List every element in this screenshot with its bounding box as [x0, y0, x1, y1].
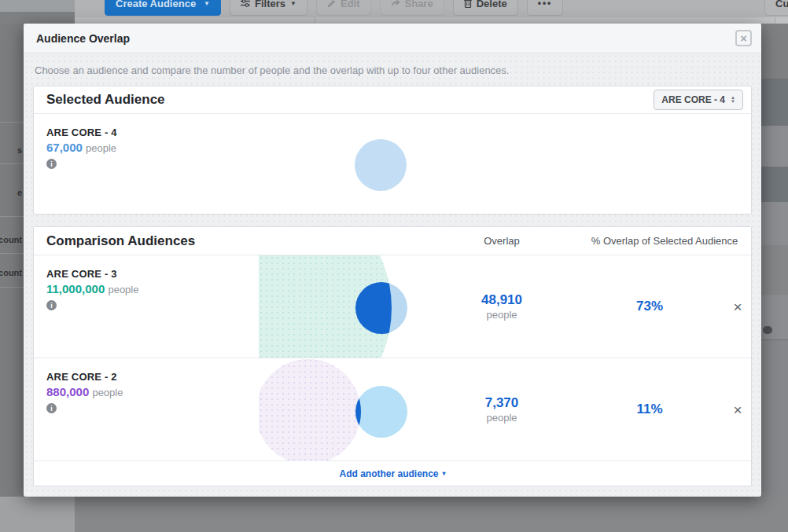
sliders-icon [241, 0, 250, 8]
chevron-down-icon: ▼ [204, 0, 210, 7]
remove-audience-button[interactable]: × [723, 299, 753, 314]
remove-audience-button[interactable]: × [723, 402, 753, 417]
audience-info: ARE CORE - 3 11,000,000 people i [34, 255, 259, 311]
customise-button-partial[interactable]: Cus [764, 0, 788, 16]
selected-circle-small [355, 386, 407, 438]
close-icon: × [740, 32, 746, 45]
add-audience-row: Add another audience ▾ [34, 460, 751, 486]
more-button[interactable]: ••• [527, 0, 564, 16]
count-value: 880,000 [46, 385, 89, 398]
count-unit: people [108, 284, 138, 295]
section-title: Selected Audience [46, 92, 165, 108]
overlap-cell: 48,910 people [427, 292, 576, 321]
sidebar-text-fragment: s [17, 145, 22, 155]
count-unit: people [86, 142, 116, 154]
filters-button[interactable]: Filters ▼ [230, 0, 307, 16]
info-icon[interactable]: i [46, 159, 57, 169]
background-sidebar: s e count count [0, 24, 24, 497]
info-icon[interactable]: i [46, 300, 57, 310]
modal-body: Choose an audience and compare the numbe… [24, 53, 761, 497]
more-icon: ••• [538, 0, 553, 9]
count-value: 67,000 [46, 141, 83, 154]
share-arrow-icon [391, 0, 400, 8]
share-label: Share [405, 0, 433, 9]
sorter-down-icon: ▼ [731, 100, 735, 104]
delete-label: Delete [477, 0, 507, 9]
info-icon[interactable]: i [46, 403, 57, 413]
edit-label: Edit [341, 0, 360, 9]
audience-count: 880,000 people [46, 385, 259, 398]
add-link-label: Add another audience [339, 468, 438, 479]
audience-overlap-modal: Audience Overlap × Choose an audience an… [24, 24, 761, 497]
add-another-audience-link[interactable]: Add another audience ▾ [339, 468, 445, 479]
selected-audience-card: Selected Audience ARE CORE - 4 ▲ ▼ ARE C… [33, 86, 752, 215]
trash-icon [464, 0, 472, 8]
count-value: 11,000,000 [46, 282, 105, 295]
audience-name: ARE CORE - 3 [46, 268, 259, 280]
background-fragment [0, 0, 75, 12]
comparison-row: ARE CORE - 3 11,000,000 people i 48,910 … [34, 255, 751, 358]
comparison-audiences-card: Comparison Audiences Overlap % Overlap o… [33, 226, 752, 486]
selected-audience-circle [355, 139, 407, 191]
audience-count: 11,000,000 people [46, 282, 259, 295]
selected-audience-header: Selected Audience ARE CORE - 4 ▲ ▼ [34, 86, 751, 114]
overlap-value: 7,370 [427, 395, 576, 411]
overlap-percentage: 11% [576, 402, 723, 417]
edit-button: Edit [316, 0, 371, 16]
comparison-header: Comparison Audiences Overlap % Overlap o… [34, 227, 751, 255]
sorter-icon: ▲ ▼ [731, 96, 735, 104]
overlap-unit: people [427, 412, 576, 424]
overlap-column-header: Overlap [427, 235, 576, 247]
create-audience-label: Create Audience [116, 0, 196, 9]
delete-button[interactable]: Delete [453, 0, 518, 16]
close-button[interactable]: × [735, 30, 752, 46]
modal-title: Audience Overlap [36, 32, 130, 45]
dropdown-value: ARE CORE - 4 [661, 94, 725, 105]
count-unit: people [92, 387, 123, 398]
background-fragment [75, 497, 788, 532]
comparison-row: ARE CORE - 2 880,000 people i 7,370 peop… [34, 358, 751, 460]
selected-audience-row: ARE CORE - 4 67,000 people i [34, 114, 751, 214]
audience-name: ARE CORE - 4 [46, 127, 751, 138]
create-audience-button[interactable]: Create Audience ▼ [105, 0, 221, 16]
overlap-value: 48,910 [427, 292, 576, 308]
sidebar-text-fragment: count [0, 268, 22, 277]
venn-diagram [259, 358, 427, 461]
background-fragment [0, 497, 75, 532]
background-toolbar: Create Audience ▼ Filters ▼ Edit Share D… [105, 0, 563, 16]
background-fragment [0, 12, 75, 24]
customise-label: Cus [775, 0, 788, 9]
sidebar-text-fragment: e [17, 188, 22, 197]
overlap-percentage: 73% [576, 299, 723, 314]
filters-label: Filters [255, 0, 285, 9]
pct-column-header: % Overlap of Selected Audience [576, 235, 753, 247]
section-title: Comparison Audiences [34, 233, 427, 249]
sidebar-text-fragment: count [0, 235, 22, 244]
audience-name: ARE CORE - 2 [46, 371, 259, 383]
overlap-cell: 7,370 people [427, 395, 576, 424]
modal-description: Choose an audience and compare the numbe… [35, 64, 750, 76]
modal-header: Audience Overlap × [24, 24, 761, 53]
overlap-unit: people [427, 309, 576, 321]
audience-info: ARE CORE - 2 880,000 people i [34, 358, 259, 414]
comparison-circle [259, 359, 361, 461]
selected-audience-dropdown[interactable]: ARE CORE - 4 ▲ ▼ [654, 90, 743, 110]
pencil-icon [327, 0, 336, 8]
venn-diagram [259, 255, 427, 358]
chevron-down-icon: ▾ [443, 470, 446, 477]
chevron-down-icon: ▼ [290, 0, 296, 7]
share-button: Share [380, 0, 444, 16]
background-table-rows [761, 24, 788, 497]
